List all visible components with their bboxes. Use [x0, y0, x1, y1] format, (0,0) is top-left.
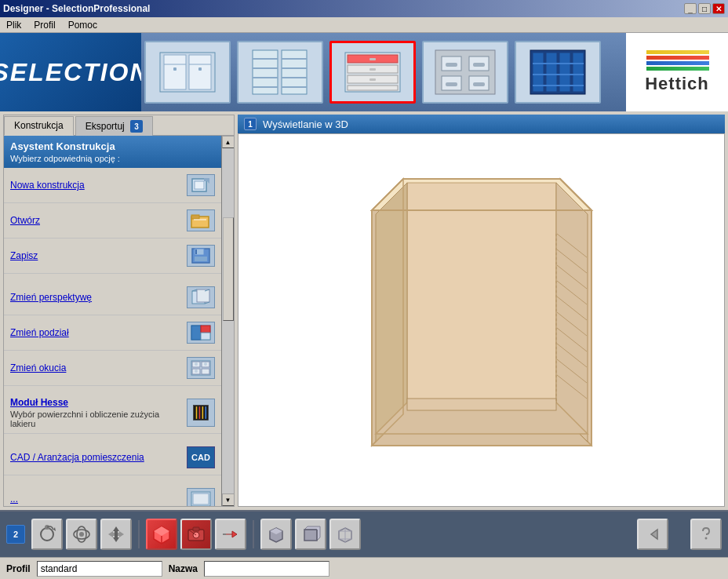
minimize-button[interactable]: _	[684, 3, 697, 14]
label-more: ...	[10, 493, 18, 504]
thumb-wardrobe[interactable]	[144, 41, 231, 104]
item-modul-hesse[interactable]: Moduł Hesse Wybór powierzchni i obliczen…	[4, 392, 221, 434]
thumb-drawers[interactable]	[329, 41, 416, 104]
selection-brand: SELECTION	[0, 58, 150, 87]
tool-orbit[interactable]	[66, 519, 97, 550]
svg-rect-50	[195, 249, 197, 254]
label-nowa: Nowa konstrukcja	[10, 180, 85, 191]
maximize-button[interactable]: □	[698, 3, 711, 14]
thumb-cabinet[interactable]	[237, 41, 323, 104]
svg-rect-16	[282, 86, 307, 88]
tool-arrow[interactable]	[215, 519, 246, 550]
menu-profil[interactable]: Profil	[31, 18, 58, 32]
scroll-down[interactable]: ▼	[222, 493, 235, 506]
tool-pan[interactable]	[100, 519, 132, 550]
menu-bar: Plik Profil Pomoc	[0, 17, 728, 33]
panel-content: Asystent Konstrukcja Wybierz odpowiednią…	[4, 136, 221, 506]
svg-rect-51	[195, 257, 207, 261]
panel-with-scroll: Asystent Konstrukcja Wybierz odpowiednią…	[4, 136, 234, 506]
item-okucia[interactable]: Zmień okucia	[4, 351, 221, 386]
thumb-blue-unit[interactable]	[515, 41, 601, 104]
tab-konstrukcja[interactable]: Konstrukcja	[4, 116, 74, 136]
tab-bar: Konstrukcja Eksportuj 3	[4, 115, 234, 136]
menu-plik[interactable]: Plik	[3, 18, 24, 32]
asystent-subtitle: Wybierz odpowiednią opcję :	[10, 154, 215, 163]
svg-point-132	[705, 537, 708, 540]
label-podzial: Zmień podział	[10, 327, 69, 338]
svg-rect-13	[282, 58, 307, 60]
header-banner: SELECTION	[0, 33, 728, 111]
svg-rect-65	[202, 369, 209, 374]
window-controls: _ □ ✕	[684, 3, 725, 14]
svg-marker-131	[651, 530, 657, 539]
item-otworz[interactable]: Otwórz	[4, 203, 221, 239]
tool-red-cube[interactable]	[146, 519, 177, 550]
scroll-up[interactable]: ▲	[222, 136, 235, 148]
tool-box2[interactable]	[295, 519, 326, 550]
thumb-hardware[interactable]	[422, 41, 508, 104]
svg-rect-81	[407, 183, 556, 410]
label-otworz: Otwórz	[10, 215, 40, 226]
toolbar-number: 2	[6, 525, 25, 544]
header-thumbnails	[141, 33, 626, 111]
nazwa-label: Nazwa	[169, 563, 198, 574]
item-zapisz[interactable]: Zapisz	[4, 239, 221, 274]
tool-wireframe[interactable]	[329, 519, 361, 550]
close-button[interactable]: ✕	[712, 3, 725, 14]
separator-2	[253, 520, 254, 548]
right-panel: 1 Wyświetlanie w 3D	[238, 115, 725, 507]
tool-box1[interactable]	[260, 519, 292, 550]
svg-rect-31	[446, 82, 457, 86]
icon-podzial	[187, 322, 215, 344]
tab-eksportuj[interactable]: Eksportuj 3	[75, 116, 153, 136]
bottom-toolbar: 2	[0, 510, 728, 557]
icon-nowa	[187, 174, 215, 196]
item-perspektywa[interactable]: Zmień perspektywę	[4, 280, 221, 315]
icon-okucia	[187, 357, 215, 379]
svg-point-110	[79, 532, 84, 537]
icon-perspektywa	[187, 286, 215, 308]
svg-rect-21	[348, 86, 398, 90]
svg-rect-59	[201, 326, 210, 333]
tool-help[interactable]	[690, 519, 722, 550]
item-cad[interactable]: CAD / Aranżacja pomieszczenia CAD	[4, 440, 221, 475]
nazwa-input[interactable]	[204, 561, 329, 577]
window-title: Designer - SelectionProfessional	[3, 3, 150, 14]
gap2	[4, 386, 221, 392]
view-title: Wyświetlanie w 3D	[263, 118, 348, 130]
separator-1	[138, 520, 140, 548]
svg-rect-43	[195, 181, 204, 189]
title-bar: Designer - SelectionProfessional _ □ ✕	[0, 0, 728, 17]
svg-rect-41	[533, 85, 584, 86]
scrollbar[interactable]: ▲ ▼	[221, 136, 234, 506]
icon-zapisz	[187, 245, 215, 267]
profil-label: Profil	[6, 563, 31, 574]
svg-point-105	[41, 528, 53, 541]
svg-rect-60	[201, 333, 210, 340]
profil-input[interactable]	[37, 561, 162, 577]
svg-rect-14	[282, 67, 307, 69]
item-more[interactable]: ...	[4, 482, 221, 506]
label-cad: CAD / Aranżacja pomieszczenia	[10, 452, 144, 463]
item-podzial[interactable]: Zmień podział	[4, 315, 221, 351]
svg-rect-11	[253, 86, 278, 88]
status-bar: Profil Nazwa	[0, 557, 728, 579]
svg-rect-46	[191, 215, 199, 219]
svg-point-67	[204, 362, 207, 366]
icon-otworz	[187, 209, 215, 231]
tool-rotate[interactable]	[31, 519, 63, 550]
svg-rect-39	[533, 63, 584, 64]
menu-pomoc[interactable]: Pomoc	[65, 18, 100, 32]
item-nowa-konstrukcja[interactable]: Nowa konstrukcja	[4, 168, 221, 203]
svg-marker-83	[556, 183, 588, 442]
tool-back[interactable]	[637, 519, 668, 550]
svg-rect-118	[193, 527, 199, 531]
hettich-logo-area: Hettich	[626, 33, 728, 111]
icon-cad: CAD	[187, 446, 215, 468]
hesse-text: Moduł Hesse Wybór powierzchni i obliczen…	[10, 397, 187, 428]
label-perspektywa: Zmień perspektywę	[10, 292, 92, 303]
tool-camera[interactable]	[180, 519, 212, 550]
svg-rect-8	[253, 58, 278, 60]
svg-rect-6	[198, 67, 202, 71]
svg-rect-58	[191, 326, 201, 340]
